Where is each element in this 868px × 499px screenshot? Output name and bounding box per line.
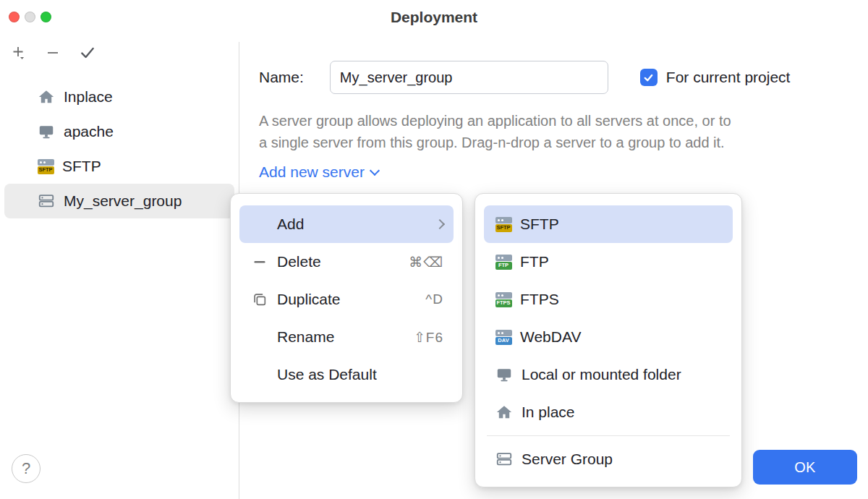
add-submenu: SFTP SFTP FTP FTP FTPS FTPS DAV WebDAV <box>475 193 742 487</box>
add-new-server-link[interactable]: Add new server <box>259 163 378 181</box>
server-list-item-label: SFTP <box>62 158 101 175</box>
add-new-server-label: Add new server <box>259 163 365 181</box>
submenu-item-sftp[interactable]: SFTP SFTP <box>484 205 733 243</box>
server-list-item-sftp[interactable]: SFTP SFTP <box>4 149 234 184</box>
ok-button[interactable]: OK <box>753 450 857 485</box>
home-icon <box>494 404 514 421</box>
ftps-badge-label: FTPS <box>495 299 512 307</box>
submenu-item-webdav[interactable]: DAV WebDAV <box>484 318 733 356</box>
menu-item-shortcut: ^D <box>425 291 443 307</box>
plus-icon <box>10 45 26 61</box>
submenu-item-server-group[interactable]: Server Group <box>484 440 733 478</box>
server-list-item-label: Inplace <box>64 88 113 106</box>
server-list-item-label: apache <box>64 123 114 140</box>
webdav-icon: DAV <box>494 330 513 345</box>
server-group-icon <box>494 451 514 468</box>
apply-button[interactable] <box>77 42 98 64</box>
checkbox-label: For current project <box>666 69 791 86</box>
dav-badge-label: DAV <box>495 337 512 345</box>
context-menu-item-add[interactable]: Add <box>239 205 454 243</box>
menu-item-label: SFTP <box>520 216 559 233</box>
delete-minus-icon <box>250 254 270 270</box>
menu-item-label: Duplicate <box>277 291 341 308</box>
for-current-project-checkbox[interactable]: For current project <box>640 69 791 86</box>
menu-item-shortcut: ⌘⌫ <box>409 254 443 270</box>
deployment-dialog: Deployment Inplace <box>0 0 868 499</box>
server-list: Inplace apache SFTP SFTP My_server_group <box>0 80 239 218</box>
menu-item-label: Local or mounted folder <box>522 366 681 383</box>
name-input[interactable] <box>330 61 608 94</box>
context-menu-item-duplicate[interactable]: Duplicate ^D <box>239 281 454 318</box>
name-row: Name: For current project <box>259 61 861 94</box>
menu-item-label: FTPS <box>520 291 559 308</box>
server-list-item-inplace[interactable]: Inplace <box>4 80 234 114</box>
monitor-icon <box>494 366 514 383</box>
name-label: Name: <box>259 69 304 86</box>
duplicate-icon <box>250 291 270 307</box>
titlebar: Deployment <box>0 0 868 35</box>
description-line-1: A server group allows deploying an appli… <box>259 110 731 132</box>
submenu-item-local-or-mounted-folder[interactable]: Local or mounted folder <box>484 356 733 393</box>
submenu-item-ftp[interactable]: FTP FTP <box>484 243 733 281</box>
add-server-button[interactable] <box>7 42 29 64</box>
submenu-item-ftps[interactable]: FTPS FTPS <box>484 281 733 318</box>
check-icon <box>79 44 96 61</box>
help-button[interactable]: ? <box>12 454 41 483</box>
menu-item-label: Use as Default <box>277 366 377 383</box>
sidebar-toolbar <box>7 42 98 64</box>
minus-icon <box>45 45 61 61</box>
help-label: ? <box>22 459 30 478</box>
sftp-icon: SFTP <box>36 159 55 174</box>
sftp-badge-label: SFTP <box>495 224 512 232</box>
context-menu: Add Delete ⌘⌫ Duplicate ^D Rename ⇧F6 <box>230 193 463 403</box>
context-menu-item-delete[interactable]: Delete ⌘⌫ <box>239 243 454 281</box>
context-menu-item-use-as-default[interactable]: Use as Default <box>239 356 454 393</box>
description-line-2: a single server from this group. Drag-n-… <box>259 132 731 153</box>
sftp-icon: SFTP <box>494 217 513 232</box>
ftp-badge-label: FTP <box>495 262 512 270</box>
server-list-item-my-server-group[interactable]: My_server_group <box>4 184 234 218</box>
menu-item-shortcut: ⇧F6 <box>414 329 443 346</box>
chevron-down-icon <box>370 165 380 175</box>
server-group-icon <box>36 192 56 210</box>
chevron-right-icon <box>435 219 445 229</box>
menu-item-label: FTP <box>520 253 549 270</box>
server-list-item-label: My_server_group <box>64 192 182 210</box>
window-title: Deployment <box>0 0 868 35</box>
menu-divider <box>487 435 730 436</box>
menu-item-label: Add <box>277 216 304 233</box>
remove-server-button[interactable] <box>42 42 64 64</box>
server-list-item-apache[interactable]: apache <box>4 114 234 149</box>
description-text: A server group allows deploying an appli… <box>259 110 731 153</box>
menu-item-label: In place <box>522 404 575 421</box>
menu-item-label: Delete <box>277 253 321 270</box>
menu-item-label: Server Group <box>522 451 613 468</box>
ftp-icon: FTP <box>494 255 513 270</box>
home-icon <box>36 88 56 106</box>
menu-item-label: Rename <box>277 328 334 346</box>
submenu-item-in-place[interactable]: In place <box>484 393 733 431</box>
checkbox-checked-icon <box>640 69 658 86</box>
menu-item-label: WebDAV <box>520 328 581 346</box>
monitor-icon <box>36 123 56 140</box>
context-menu-item-rename[interactable]: Rename ⇧F6 <box>239 318 454 356</box>
dropdown-arrow-icon <box>20 57 24 59</box>
ftps-icon: FTPS <box>494 292 513 307</box>
sftp-badge-label: SFTP <box>38 166 54 174</box>
